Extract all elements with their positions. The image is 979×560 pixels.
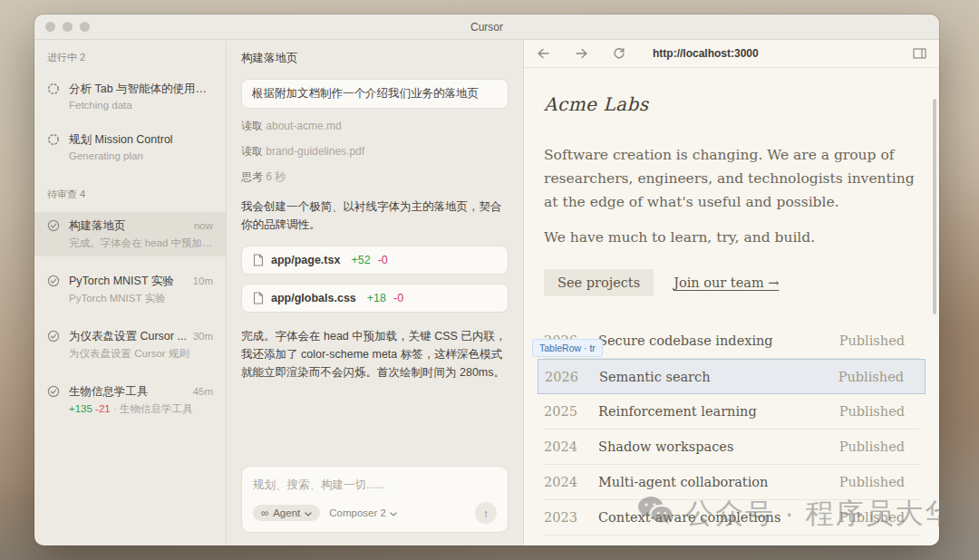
- file-change-card-page-tsx[interactable]: app/page.tsx +52 -0: [241, 246, 509, 275]
- file-icon: [253, 292, 264, 304]
- task-title: 构建落地页: [69, 218, 126, 234]
- task-title: 生物信息学工具: [69, 384, 149, 400]
- task-status: 完成。字体会在 head 中预加载...: [69, 237, 213, 250]
- task-status: +135 -21 · 生物信息学工具: [69, 402, 213, 416]
- check-circle-icon: [47, 219, 61, 236]
- composer-input[interactable]: [253, 478, 497, 491]
- row-title: Shadow workspaces: [598, 439, 733, 454]
- site-tagline: We have much to learn, try, and build.: [544, 229, 919, 246]
- task-sidebar: 进行中 2 分析 Tab 与智能体的使用模式 Fetching data: [34, 40, 227, 546]
- task-item-landing-page[interactable]: 构建落地页 now 完成。字体会在 head 中预加载...: [34, 212, 226, 256]
- chat-title: 构建落地页: [241, 51, 509, 66]
- table-row[interactable]: 2024 Shadow workspaces Published: [544, 430, 919, 465]
- back-button[interactable]: [537, 48, 564, 59]
- browser-toolbar: http://localhost:3000: [524, 40, 939, 68]
- row-title: Context-aware completions: [598, 510, 780, 525]
- model-dropdown[interactable]: Composer 2: [329, 507, 397, 518]
- diff-deletions: -21: [95, 403, 111, 414]
- tool-call-read-2[interactable]: 读取 brand-guidelines.pdf: [241, 144, 509, 159]
- task-status: 为仪表盘设置 Cursor 规则: [69, 347, 213, 361]
- table-row[interactable]: 2024 Multi-agent collaboration Published: [544, 465, 919, 500]
- table-row[interactable]: 2023 Intelligent code navigation Publish…: [544, 536, 919, 546]
- file-name: app/page.tsx: [271, 254, 340, 266]
- send-button[interactable]: ↑: [475, 502, 497, 524]
- model-label: Composer 2: [329, 507, 386, 518]
- see-projects-button[interactable]: See projects: [544, 269, 654, 296]
- chevron-down-icon: [305, 507, 312, 518]
- agent-mode-dropdown[interactable]: ∞ Agent: [253, 505, 320, 521]
- file-name: app/globals.css: [271, 292, 356, 304]
- tool-call-read-1[interactable]: 读取 about-acme.md: [241, 119, 509, 134]
- tool-call-think[interactable]: 思考 6 秒: [241, 169, 509, 185]
- task-item-cursor-rules[interactable]: 为仪表盘设置 Cursor ... 30m 为仪表盘设置 Cursor 规则: [34, 323, 226, 367]
- assistant-message-1: 我会创建一个极简、以衬线字体为主的落地页，契合你的品牌调性。: [241, 198, 509, 234]
- tool-verb: 读取: [241, 120, 263, 132]
- task-item-mission-control[interactable]: 规划 Mission Control Generating plan: [34, 126, 226, 168]
- section-review: 待审查 4: [34, 188, 226, 201]
- file-diff-add: +52: [351, 254, 370, 266]
- row-status: Published: [839, 404, 905, 419]
- split-view-icon[interactable]: [913, 48, 926, 59]
- task-status: Generating plan: [69, 150, 213, 161]
- row-status: Published: [839, 510, 905, 525]
- file-diff-del: -0: [393, 292, 403, 304]
- window-title: Cursor: [34, 21, 939, 34]
- cursor-window: Cursor 进行中 2 分析 Tab 与智能体的使用模式 Fetching d…: [34, 14, 939, 546]
- section-in-progress: 进行中 2: [34, 51, 226, 64]
- row-status: Published: [839, 475, 905, 489]
- tool-verb: 读取: [241, 145, 263, 158]
- rendered-page: Acme Labs Software creation is changing.…: [524, 68, 939, 546]
- row-year: 2025: [544, 404, 598, 419]
- inspector-badge: TableRow · tr: [532, 339, 603, 357]
- chevron-down-icon: [390, 507, 397, 518]
- agent-chat-panel: 构建落地页 根据附加文档制作一个介绍我们业务的落地页 读取 about-acme…: [227, 40, 524, 546]
- file-change-card-globals-css[interactable]: app/globals.css +18 -0: [241, 284, 509, 313]
- table-row-selected[interactable]: TableRow · tr 2026 Semantic search Publi…: [538, 359, 926, 394]
- task-status: PyTorch MNIST 实验: [69, 292, 213, 305]
- projects-table: 2026 Secure codebase indexing Published …: [544, 323, 919, 546]
- tool-target: about-acme.md: [266, 120, 341, 132]
- user-message: 根据附加文档制作一个介绍我们业务的落地页: [241, 79, 509, 109]
- task-time: 30m: [188, 331, 213, 342]
- table-row[interactable]: 2025 Reinforcement learning Published: [544, 394, 919, 430]
- assistant-message-2: 完成。字体会在 head 中预加载，关键 CSS 已内联，我还添加了 color…: [241, 327, 509, 381]
- url-bar[interactable]: http://localhost:3000: [653, 47, 759, 60]
- tool-target: brand-guidelines.pdf: [266, 145, 364, 158]
- task-time: 45m: [188, 386, 213, 397]
- task-time: now: [189, 220, 213, 231]
- file-diff-del: -0: [378, 254, 388, 266]
- diff-additions: +135: [69, 403, 92, 414]
- row-status: Published: [838, 370, 904, 384]
- row-status: Published: [839, 439, 905, 454]
- infinity-icon: ∞: [261, 507, 268, 518]
- row-title: Multi-agent collaboration: [598, 475, 768, 489]
- site-intro-paragraph: Software creation is changing. We are a …: [544, 143, 919, 214]
- row-year: 2023: [544, 510, 598, 525]
- task-item-analyze-tab[interactable]: 分析 Tab 与智能体的使用模式 Fetching data: [34, 75, 226, 117]
- task-title: 为仪表盘设置 Cursor ...: [69, 329, 187, 344]
- titlebar: Cursor: [34, 14, 939, 40]
- check-circle-icon: [47, 275, 61, 291]
- task-item-bioinformatics[interactable]: 生物信息学工具 45m +135 -21 · 生物信息学工具: [34, 378, 226, 422]
- row-year: 2024: [544, 475, 598, 489]
- join-team-link[interactable]: Join our team →: [674, 275, 779, 290]
- task-status-rest: · 生物信息学工具: [111, 403, 193, 414]
- task-title: 分析 Tab 与智能体的使用模式: [69, 82, 213, 97]
- row-title: Reinforcement learning: [598, 404, 757, 419]
- file-icon: [253, 254, 264, 266]
- task-status: Fetching data: [69, 100, 213, 111]
- row-status: Published: [839, 333, 905, 348]
- table-row[interactable]: 2023 Context-aware completions Published: [544, 500, 919, 536]
- spinner-icon: [47, 133, 61, 150]
- refresh-button[interactable]: [613, 47, 640, 60]
- check-circle-icon: [47, 330, 61, 346]
- file-diff-add: +18: [367, 292, 386, 304]
- task-time: 10m: [188, 275, 213, 286]
- row-year: 2026: [545, 370, 599, 384]
- task-item-pytorch-mnist[interactable]: PyTorch MNIST 实验 10m PyTorch MNIST 实验: [34, 267, 226, 312]
- row-title: Secure codebase indexing: [598, 333, 773, 348]
- forward-button[interactable]: [575, 48, 602, 59]
- scrollbar[interactable]: [933, 99, 936, 314]
- check-circle-icon: [47, 385, 61, 401]
- tool-verb: 思考: [241, 170, 263, 183]
